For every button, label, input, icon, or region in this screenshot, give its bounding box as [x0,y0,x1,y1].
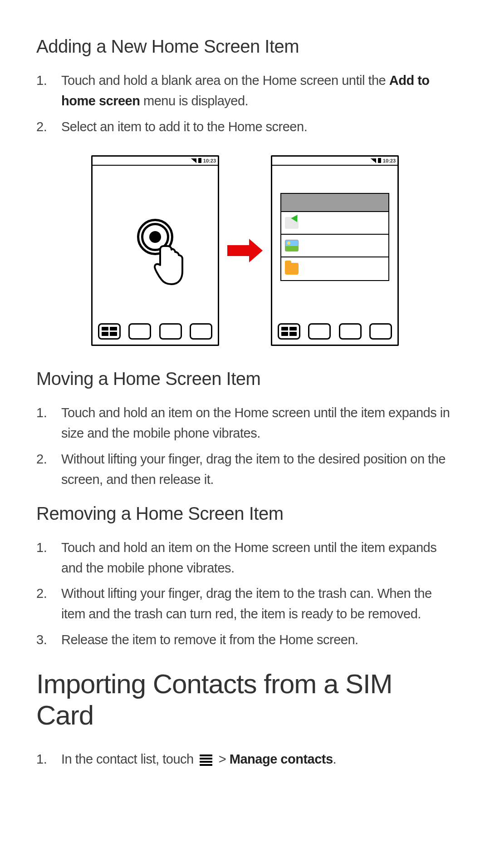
phone-dock [93,321,218,345]
step-text: Select an item to add it to the Home scr… [61,119,307,134]
step: Release the item to remove it from the H… [36,630,454,650]
heading-move-item: Moving a Home Screen Item [36,369,454,389]
picture-icon [285,240,299,252]
dock-slot-icon [308,323,331,340]
step-text: menu is displayed. [140,94,248,108]
battery-icon [198,158,201,163]
menu-row-wallpaper [281,235,388,257]
steps-move-item: Touch and hold an item on the Home scree… [36,403,454,490]
signal-icon [191,158,196,163]
menu-header [281,194,388,212]
steps-import-contacts: In the contact list, touch > Manage cont… [36,749,454,769]
heading-import-contacts: Importing Contacts from a SIM Card [36,668,454,731]
step-text: In the contact list, touch [61,752,197,766]
menu-icon [200,753,212,767]
step-text: . [333,752,337,766]
step-bold: Manage contacts [230,752,333,766]
menu-row-shortcut [281,212,388,235]
steps-add-item: Touch and hold a blank area on the Home … [36,70,454,137]
step: In the contact list, touch > Manage cont… [36,749,454,769]
shortcut-icon [285,217,299,229]
heading-remove-item: Removing a Home Screen Item [36,503,454,524]
step: Touch and hold a blank area on the Home … [36,70,454,111]
step: Without lifting your finger, drag the it… [36,449,454,490]
signal-icon [371,158,376,163]
folder-icon [285,263,299,275]
step-text: Touch and hold an item on the Home scree… [61,405,450,440]
phone-dock [272,321,397,345]
step: Without lifting your finger, drag the it… [36,583,454,624]
heading-add-item: Adding a New Home Screen Item [36,36,454,57]
status-time: 10:23 [203,158,216,163]
status-time: 10:23 [383,158,396,163]
document-page: Adding a New Home Screen Item Touch and … [0,0,490,819]
add-to-home-menu [280,193,389,281]
phone-mock-left: 10:23 [91,155,219,346]
touch-and-hold-gesture [137,219,173,255]
dock-slot-icon [159,323,182,340]
step: Touch and hold an item on the Home scree… [36,403,454,444]
battery-icon [378,158,381,163]
arrow-right-icon [227,239,263,262]
phone-screen [272,166,397,321]
step-text: Touch and hold a blank area on the Home … [61,73,389,88]
figure-add-to-home: 10:23 [36,155,454,346]
phone-screen [93,166,218,321]
hand-pointer-icon [153,243,185,285]
step-text: > [215,752,230,766]
phone-mock-right: 10:23 [271,155,399,346]
steps-remove-item: Touch and hold an item on the Home scree… [36,538,454,651]
step: Select an item to add it to the Home scr… [36,117,454,137]
dock-slot-icon [369,323,392,340]
step-text: Without lifting your finger, drag the it… [61,452,446,487]
dock-slot-icon [190,323,212,340]
dock-slot-icon [128,323,151,340]
step: Touch and hold an item on the Home scree… [36,538,454,578]
dock-slot-icon [339,323,362,340]
status-bar: 10:23 [93,157,218,166]
step-text: Touch and hold an item on the Home scree… [61,540,436,575]
apps-grid-icon [278,323,300,340]
menu-row-folder [281,257,388,280]
status-bar: 10:23 [272,157,397,166]
apps-grid-icon [98,323,121,340]
step-text: Without lifting your finger, drag the it… [61,586,432,621]
step-text: Release the item to remove it from the H… [61,632,358,647]
